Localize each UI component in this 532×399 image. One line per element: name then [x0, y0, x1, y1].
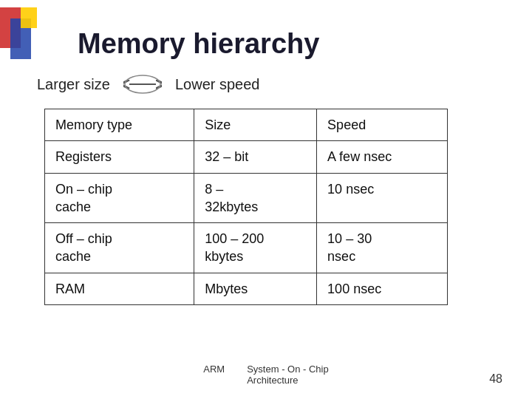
subtitle-right: Lower speed	[175, 76, 260, 93]
row-offchip-type: Off – chipcache	[45, 223, 194, 273]
col-header-type: Memory type	[45, 109, 194, 141]
page-number: 48	[489, 372, 502, 386]
row-offchip-speed: 10 – 30nsec	[317, 223, 447, 273]
decorative-blocks	[0, 0, 44, 74]
table-row: Registers 32 – bit A few nsec	[45, 141, 448, 173]
subtitle-left: Larger size	[37, 76, 110, 93]
subtitle-row: Larger size Lower speed	[37, 73, 495, 95]
footer-architecture-label: System - On - ChipArchitecture	[247, 364, 329, 386]
row-onchip-type: On – chipcache	[45, 173, 194, 223]
double-arrow-icon	[123, 73, 162, 95]
col-header-size: Size	[194, 109, 317, 141]
block-yellow	[21, 7, 37, 28]
row-ram-speed: 100 nsec	[317, 273, 447, 304]
col-header-speed: Speed	[317, 109, 447, 141]
row-onchip-speed: 10 nsec	[317, 173, 447, 223]
row-registers-speed: A few nsec	[317, 141, 447, 173]
row-registers-type: Registers	[45, 141, 194, 173]
slide: Memory hierarchy Larger size Lower spee	[0, 0, 532, 399]
row-registers-size: 32 – bit	[194, 141, 317, 173]
table-row: On – chipcache 8 –32kbytes 10 nsec	[45, 173, 448, 223]
footer-arm-label: ARM	[203, 364, 225, 375]
row-ram-size: Mbytes	[194, 273, 317, 304]
page-title: Memory hierarchy	[78, 28, 495, 60]
row-offchip-size: 100 – 200kbytes	[194, 223, 317, 273]
table-header-row: Memory type Size Speed	[45, 109, 448, 141]
table-row: Off – chipcache 100 – 200kbytes 10 – 30n…	[45, 223, 448, 273]
table-row: RAM Mbytes 100 nsec	[45, 273, 448, 304]
footer: ARM System - On - ChipArchitecture	[37, 364, 495, 386]
row-onchip-size: 8 –32kbytes	[194, 173, 317, 223]
row-ram-type: RAM	[45, 273, 194, 304]
memory-table: Memory type Size Speed Registers 32 – bi…	[44, 109, 448, 305]
